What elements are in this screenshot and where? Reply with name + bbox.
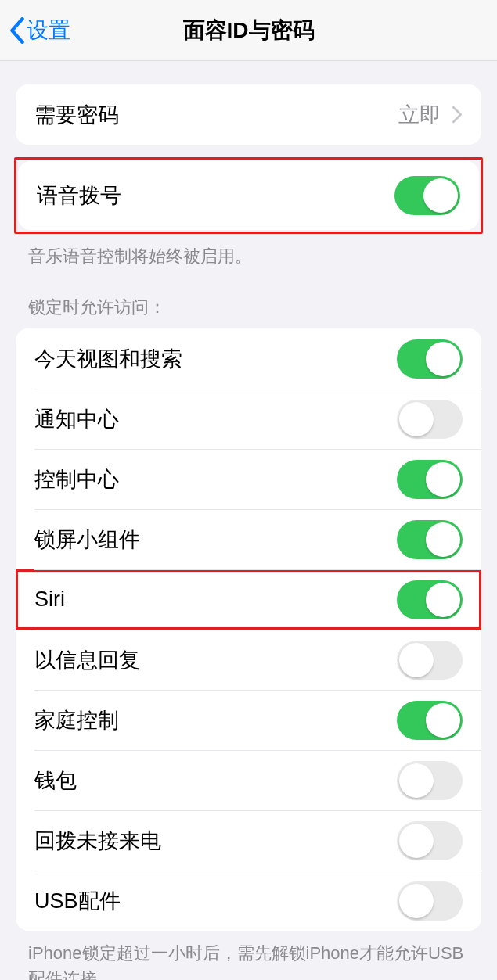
voice-dial-toggle[interactable] <box>394 176 460 215</box>
today-view-toggle[interactable] <box>397 339 463 379</box>
voice-dial-highlight: 语音拨号 <box>14 157 483 234</box>
back-button[interactable]: 设置 <box>9 16 70 45</box>
lock-access-group: 今天视图和搜索 通知中心 控制中心 锁屏小组件 Siri 以信息回复 家庭控制 <box>16 328 481 931</box>
wallet-label: 钱包 <box>34 766 397 795</box>
require-passcode-group: 需要密码 立即 <box>16 84 481 145</box>
home-control-label: 家庭控制 <box>34 706 397 734</box>
home-control-toggle[interactable] <box>397 701 463 740</box>
control-center-toggle[interactable] <box>397 460 463 499</box>
reply-message-row: 以信息回复 <box>16 630 481 690</box>
voice-dial-row: 语音拨号 <box>18 161 479 230</box>
page-title: 面容ID与密码 <box>0 16 497 45</box>
callback-label: 回拨未接来电 <box>34 827 397 855</box>
control-center-label: 控制中心 <box>34 465 397 494</box>
today-view-row: 今天视图和搜索 <box>16 328 481 389</box>
require-passcode-row[interactable]: 需要密码 立即 <box>16 84 481 145</box>
usb-footer: iPhone锁定超过一小时后，需先解锁iPhone才能允许USB配件连接。 <box>0 931 497 980</box>
notification-center-row: 通知中心 <box>16 389 481 449</box>
voice-dial-group: 语音拨号 <box>18 161 479 230</box>
today-view-label: 今天视图和搜索 <box>34 345 397 373</box>
usb-accessories-toggle[interactable] <box>397 881 463 921</box>
callback-toggle[interactable] <box>397 821 463 860</box>
chevron-right-icon <box>452 106 463 124</box>
back-label: 设置 <box>27 16 70 45</box>
require-passcode-value: 立即 <box>398 101 441 129</box>
usb-accessories-label: USB配件 <box>34 887 397 915</box>
siri-toggle[interactable] <box>397 580 463 619</box>
reply-message-label: 以信息回复 <box>34 646 397 674</box>
siri-row: Siri <box>16 569 481 630</box>
callback-row: 回拨未接来电 <box>16 810 481 871</box>
wallet-row: 钱包 <box>16 750 481 810</box>
control-center-row: 控制中心 <box>16 449 481 509</box>
lock-widgets-label: 锁屏小组件 <box>34 526 397 554</box>
lock-widgets-toggle[interactable] <box>397 520 463 559</box>
lock-access-header: 锁定时允许访问： <box>0 269 497 324</box>
voice-dial-footer: 音乐语音控制将始终被启用。 <box>0 234 497 269</box>
navigation-bar: 设置 面容ID与密码 <box>0 0 497 61</box>
wallet-toggle[interactable] <box>397 761 463 800</box>
reply-message-toggle[interactable] <box>397 641 463 680</box>
lock-widgets-row: 锁屏小组件 <box>16 509 481 569</box>
home-control-row: 家庭控制 <box>16 690 481 750</box>
require-passcode-label: 需要密码 <box>34 101 398 129</box>
toggle-knob <box>423 178 458 213</box>
chevron-left-icon <box>9 17 25 44</box>
siri-label: Siri <box>34 587 397 612</box>
notification-center-label: 通知中心 <box>34 405 397 433</box>
usb-accessories-row: USB配件 <box>16 871 481 931</box>
voice-dial-label: 语音拨号 <box>37 181 394 210</box>
notification-center-toggle[interactable] <box>397 400 463 439</box>
